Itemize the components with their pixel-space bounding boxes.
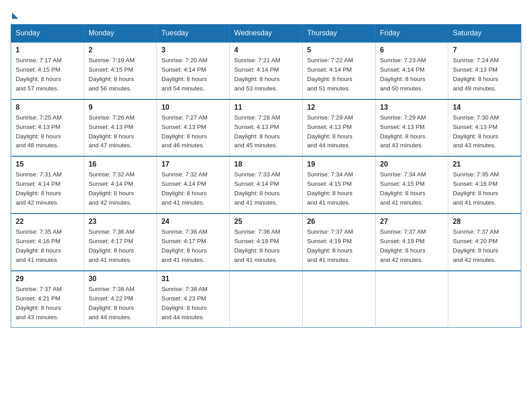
day-number: 16 [89,160,152,168]
day-info: Sunrise: 7:35 AM Sunset: 4:16 PM Dayligh… [16,227,79,265]
day-number: 26 [307,218,371,226]
calendar-week-4: 22 Sunrise: 7:35 AM Sunset: 4:16 PM Dayl… [11,214,521,271]
calendar-cell: 15 Sunrise: 7:31 AM Sunset: 4:14 PM Dayl… [11,156,84,214]
day-info: Sunrise: 7:36 AM Sunset: 4:17 PM Dayligh… [89,227,152,265]
day-number: 6 [380,46,444,54]
day-info: Sunrise: 7:19 AM Sunset: 4:15 PM Dayligh… [89,56,152,94]
logo [11,11,18,17]
calendar-header: SundayMondayTuesdayWednesdayThursdayFrid… [11,25,521,43]
day-number: 8 [16,103,79,111]
calendar-cell: 8 Sunrise: 7:25 AM Sunset: 4:13 PM Dayli… [11,99,84,157]
calendar-cell: 24 Sunrise: 7:36 AM Sunset: 4:17 PM Dayl… [157,214,230,271]
calendar-cell: 10 Sunrise: 7:27 AM Sunset: 4:13 PM Dayl… [157,99,230,157]
day-info: Sunrise: 7:25 AM Sunset: 4:13 PM Dayligh… [16,113,79,151]
day-number: 7 [453,46,516,54]
calendar-week-5: 29 Sunrise: 7:37 AM Sunset: 4:21 PM Dayl… [11,271,521,328]
day-number: 15 [16,160,79,168]
day-info: Sunrise: 7:37 AM Sunset: 4:19 PM Dayligh… [307,227,371,265]
calendar-cell: 19 Sunrise: 7:34 AM Sunset: 4:15 PM Dayl… [302,156,375,214]
calendar-cell: 13 Sunrise: 7:29 AM Sunset: 4:13 PM Dayl… [375,99,448,157]
calendar-cell: 21 Sunrise: 7:35 AM Sunset: 4:16 PM Dayl… [448,156,521,214]
calendar-cell [230,271,303,328]
day-number: 1 [16,46,79,54]
page-header [11,11,521,17]
day-number: 13 [380,103,444,111]
weekday-header-row: SundayMondayTuesdayWednesdayThursdayFrid… [11,25,521,43]
day-number: 24 [161,218,225,226]
calendar-cell: 6 Sunrise: 7:23 AM Sunset: 4:14 PM Dayli… [375,42,448,99]
calendar-cell: 16 Sunrise: 7:32 AM Sunset: 4:14 PM Dayl… [84,156,157,214]
calendar-body: 1 Sunrise: 7:17 AM Sunset: 4:15 PM Dayli… [11,42,521,328]
calendar-cell: 4 Sunrise: 7:21 AM Sunset: 4:14 PM Dayli… [230,42,303,99]
calendar-week-3: 15 Sunrise: 7:31 AM Sunset: 4:14 PM Dayl… [11,156,521,214]
day-info: Sunrise: 7:32 AM Sunset: 4:14 PM Dayligh… [89,170,152,208]
day-info: Sunrise: 7:26 AM Sunset: 4:13 PM Dayligh… [89,113,152,151]
day-number: 5 [307,46,371,54]
day-info: Sunrise: 7:37 AM Sunset: 4:20 PM Dayligh… [453,227,516,265]
day-number: 21 [453,160,516,168]
calendar-week-1: 1 Sunrise: 7:17 AM Sunset: 4:15 PM Dayli… [11,42,521,99]
day-info: Sunrise: 7:35 AM Sunset: 4:16 PM Dayligh… [453,170,516,208]
calendar-week-2: 8 Sunrise: 7:25 AM Sunset: 4:13 PM Dayli… [11,99,521,157]
day-info: Sunrise: 7:21 AM Sunset: 4:14 PM Dayligh… [234,56,298,94]
day-number: 31 [161,275,225,283]
day-number: 25 [234,218,298,226]
day-info: Sunrise: 7:32 AM Sunset: 4:14 PM Dayligh… [161,170,225,208]
day-number: 12 [307,103,371,111]
day-number: 4 [234,46,298,54]
day-number: 22 [16,218,79,226]
day-number: 17 [161,160,225,168]
calendar-cell: 12 Sunrise: 7:29 AM Sunset: 4:13 PM Dayl… [302,99,375,157]
day-info: Sunrise: 7:24 AM Sunset: 4:13 PM Dayligh… [453,56,516,94]
calendar-cell: 20 Sunrise: 7:34 AM Sunset: 4:15 PM Dayl… [375,156,448,214]
calendar-cell [375,271,448,328]
day-number: 23 [89,218,152,226]
day-info: Sunrise: 7:34 AM Sunset: 4:15 PM Dayligh… [307,170,371,208]
day-info: Sunrise: 7:37 AM Sunset: 4:21 PM Dayligh… [16,285,79,322]
day-info: Sunrise: 7:29 AM Sunset: 4:13 PM Dayligh… [380,113,444,151]
calendar-cell: 2 Sunrise: 7:19 AM Sunset: 4:15 PM Dayli… [84,42,157,99]
day-info: Sunrise: 7:28 AM Sunset: 4:13 PM Dayligh… [234,113,298,151]
weekday-header-thursday: Thursday [302,25,375,43]
calendar-cell [448,271,521,328]
day-info: Sunrise: 7:33 AM Sunset: 4:14 PM Dayligh… [234,170,298,208]
weekday-header-friday: Friday [375,25,448,43]
calendar-cell [302,271,375,328]
day-info: Sunrise: 7:38 AM Sunset: 4:22 PM Dayligh… [89,285,152,322]
day-number: 20 [380,160,444,168]
calendar-cell: 11 Sunrise: 7:28 AM Sunset: 4:13 PM Dayl… [230,99,303,157]
calendar-cell: 17 Sunrise: 7:32 AM Sunset: 4:14 PM Dayl… [157,156,230,214]
day-number: 30 [89,275,152,283]
day-info: Sunrise: 7:38 AM Sunset: 4:23 PM Dayligh… [161,285,225,322]
calendar-cell: 30 Sunrise: 7:38 AM Sunset: 4:22 PM Dayl… [84,271,157,328]
day-info: Sunrise: 7:27 AM Sunset: 4:13 PM Dayligh… [161,113,225,151]
calendar-cell: 1 Sunrise: 7:17 AM Sunset: 4:15 PM Dayli… [11,42,84,99]
logo-triangle-icon [12,13,18,19]
calendar-cell: 5 Sunrise: 7:22 AM Sunset: 4:14 PM Dayli… [302,42,375,99]
day-info: Sunrise: 7:30 AM Sunset: 4:13 PM Dayligh… [453,113,516,151]
calendar-cell: 25 Sunrise: 7:36 AM Sunset: 4:18 PM Dayl… [230,214,303,271]
calendar-cell: 31 Sunrise: 7:38 AM Sunset: 4:23 PM Dayl… [157,271,230,328]
calendar-cell: 14 Sunrise: 7:30 AM Sunset: 4:13 PM Dayl… [448,99,521,157]
day-number: 18 [234,160,298,168]
day-info: Sunrise: 7:36 AM Sunset: 4:18 PM Dayligh… [234,227,298,265]
day-info: Sunrise: 7:29 AM Sunset: 4:13 PM Dayligh… [307,113,371,151]
calendar-cell: 22 Sunrise: 7:35 AM Sunset: 4:16 PM Dayl… [11,214,84,271]
day-number: 9 [89,103,152,111]
weekday-header-wednesday: Wednesday [230,25,303,43]
weekday-header-saturday: Saturday [448,25,521,43]
calendar-cell: 26 Sunrise: 7:37 AM Sunset: 4:19 PM Dayl… [302,214,375,271]
day-number: 2 [89,46,152,54]
calendar-cell: 28 Sunrise: 7:37 AM Sunset: 4:20 PM Dayl… [448,214,521,271]
weekday-header-sunday: Sunday [11,25,84,43]
calendar-cell: 7 Sunrise: 7:24 AM Sunset: 4:13 PM Dayli… [448,42,521,99]
weekday-header-tuesday: Tuesday [157,25,230,43]
day-number: 3 [161,46,225,54]
calendar-cell: 27 Sunrise: 7:37 AM Sunset: 4:19 PM Dayl… [375,214,448,271]
day-number: 29 [16,275,79,283]
day-info: Sunrise: 7:17 AM Sunset: 4:15 PM Dayligh… [16,56,79,94]
calendar-table: SundayMondayTuesdayWednesdayThursdayFrid… [11,24,521,328]
day-info: Sunrise: 7:20 AM Sunset: 4:14 PM Dayligh… [161,56,225,94]
day-info: Sunrise: 7:34 AM Sunset: 4:15 PM Dayligh… [380,170,444,208]
day-number: 28 [453,218,516,226]
